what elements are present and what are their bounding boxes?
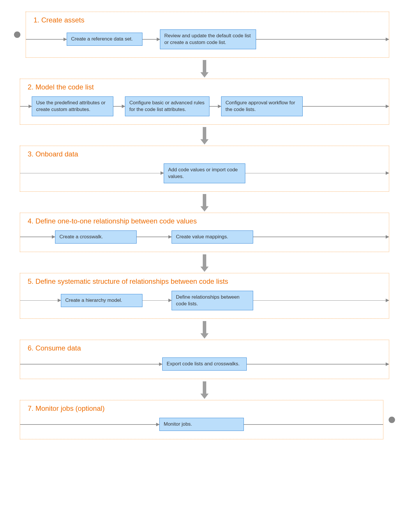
stage-3: 3. Onboard data Add code values or impor…: [20, 146, 389, 192]
stage-row-7: 7. Monitor jobs (optional) Monitor jobs.: [14, 400, 395, 439]
step-box: Add code values or import code values.: [164, 163, 245, 183]
stage-1: 1. Create assets Create a reference data…: [26, 12, 389, 58]
stage-title: 5. Define systematic structure of relati…: [26, 277, 383, 286]
down-arrow-icon: [203, 381, 206, 398]
stage-title: 3. Onboard data: [26, 150, 383, 158]
down-arrow-icon: [203, 321, 206, 337]
step-box: Export code lists and crosswalks.: [162, 357, 247, 371]
stage-7: 7. Monitor jobs (optional) Monitor jobs.: [20, 400, 383, 439]
stage-2: 2. Model the code list Use the predefine…: [20, 79, 389, 125]
step-box: Review and update the default code list …: [160, 29, 256, 49]
step-box: Configure approval workflow for the code…: [221, 96, 303, 116]
step-box: Create a crosswalk.: [55, 230, 137, 244]
down-arrow-icon: [203, 127, 206, 143]
step-box: Use the predefined attributes or create …: [32, 96, 113, 116]
down-arrow-icon: [203, 60, 206, 76]
stage-row-1: 1. Create assets Create a reference data…: [14, 12, 395, 58]
step-box: Define relationships between code lists.: [172, 291, 253, 311]
step-box: Monitor jobs.: [159, 418, 244, 431]
stage-title: 6. Consume data: [26, 344, 383, 352]
stage-title: 4. Define one-to-one relationship betwee…: [26, 217, 383, 225]
start-dot: [14, 31, 20, 38]
end-dot: [389, 417, 395, 423]
step-box: Create a hierarchy model.: [61, 294, 142, 307]
step-box: Configure basic or advanced rules for th…: [125, 96, 209, 116]
stage-title: 1. Create assets: [32, 16, 383, 24]
stage-5: 5. Define systematic structure of relati…: [20, 273, 389, 319]
stage-title: 2. Model the code list: [26, 83, 383, 91]
down-arrow-icon: [203, 194, 206, 210]
down-arrow-icon: [203, 254, 206, 271]
step-box: Create a reference data set.: [67, 33, 142, 46]
step-box: Create value mappings.: [172, 230, 253, 244]
stage-4: 4. Define one-to-one relationship betwee…: [20, 213, 389, 252]
stage-title: 7. Monitor jobs (optional): [26, 404, 377, 413]
stage-6: 6. Consume data Export code lists and cr…: [20, 340, 389, 379]
